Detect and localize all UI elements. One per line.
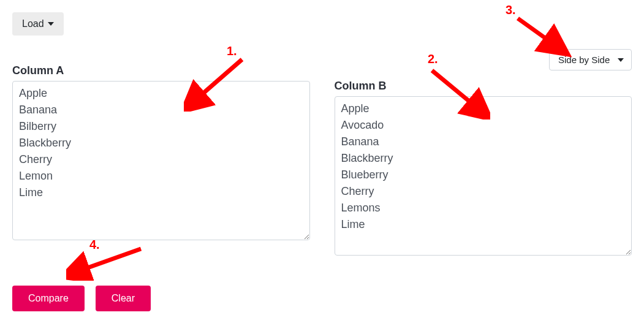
clear-button[interactable]: Clear: [96, 286, 151, 311]
caret-down-icon: [48, 22, 54, 26]
compare-button[interactable]: Compare: [12, 286, 85, 311]
column-b-label: Column B: [335, 80, 632, 93]
column-a: Column A: [12, 64, 310, 258]
view-mode-select[interactable]: Side by Side: [549, 49, 632, 70]
column-b-textarea[interactable]: [335, 96, 632, 256]
column-a-label: Column A: [12, 64, 310, 77]
column-a-textarea[interactable]: [12, 81, 310, 240]
load-dropdown-button[interactable]: Load: [12, 12, 64, 36]
load-dropdown-label: Load: [22, 18, 44, 29]
column-b: Column B: [335, 80, 632, 258]
